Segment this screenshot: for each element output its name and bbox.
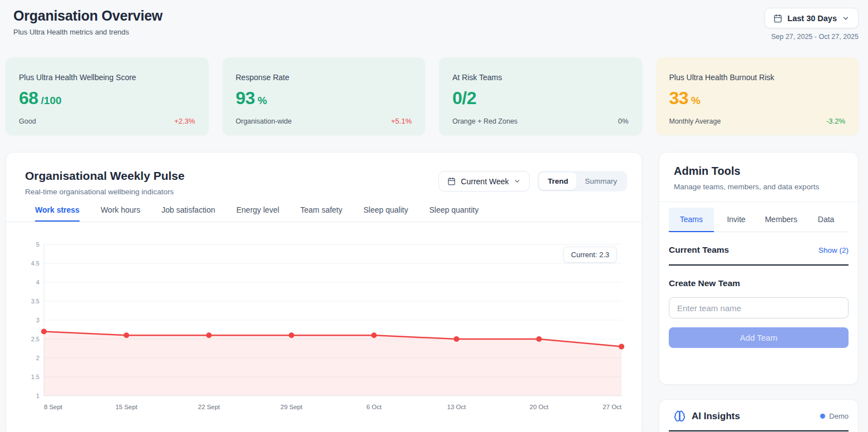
header-right: Last 30 Days Sep 27, 2025 - Oct 27, 2025 xyxy=(765,8,859,41)
tab-energy-level[interactable]: Energy level xyxy=(236,205,279,222)
tab-job-satisfaction[interactable]: Job satisfaction xyxy=(161,205,215,222)
at-risk-teams-card: At Risk Teams 0/2 Orange + Red Zones 0% xyxy=(439,57,642,135)
page-title: Organisation Overview xyxy=(13,8,162,24)
date-range-text: Sep 27, 2025 - Oct 27, 2025 xyxy=(771,33,859,41)
card-delta: -3.2% xyxy=(826,117,845,125)
admin-tabs: Teams Invite Members Data xyxy=(669,208,849,232)
add-team-button[interactable]: Add Team xyxy=(669,327,849,348)
brain-icon xyxy=(674,410,685,422)
right-sidebar: Admin Tools Manage teams, members, and d… xyxy=(659,152,859,432)
tab-teams[interactable]: Teams xyxy=(669,208,714,232)
current-value-badge: Current: 2.3 xyxy=(563,247,617,263)
week-selector-dropdown[interactable]: Current Week xyxy=(438,171,530,192)
card-delta: +2.3% xyxy=(174,117,195,125)
week-selector-label: Current Week xyxy=(461,177,509,186)
burnout-risk-card: Plus Ultra Health Burnout Risk 33 % Mont… xyxy=(656,57,859,135)
teams-divider xyxy=(669,264,849,266)
tab-invite[interactable]: Invite xyxy=(714,208,759,232)
view-toggle: Trend Summary xyxy=(537,171,627,192)
svg-text:29 Sept: 29 Sept xyxy=(280,404,303,410)
svg-text:27 Oct: 27 Oct xyxy=(603,404,622,410)
svg-text:1.5: 1.5 xyxy=(31,374,40,380)
tab-data[interactable]: Data xyxy=(803,208,849,232)
svg-text:5: 5 xyxy=(36,241,40,248)
card-title: Plus Ultra Health Burnout Risk xyxy=(669,73,846,82)
svg-text:2: 2 xyxy=(36,355,40,361)
status-dot-icon xyxy=(820,414,825,419)
pulse-subtitle: Real-time organisational wellbeing indic… xyxy=(25,188,185,196)
tab-work-stress[interactable]: Work stress xyxy=(35,205,80,222)
calendar-icon xyxy=(447,177,456,185)
tab-sleep-quality[interactable]: Sleep quality xyxy=(363,205,408,222)
admin-tools-subtitle: Manage teams, members, and data exports xyxy=(674,183,844,191)
date-range-label: Last 30 Days xyxy=(787,14,837,23)
chevron-down-icon xyxy=(842,14,850,22)
card-title: Response Rate xyxy=(236,73,412,82)
card-unit: /100 xyxy=(41,95,62,107)
date-range-dropdown[interactable]: Last 30 Days xyxy=(765,8,859,28)
card-unit: % xyxy=(691,95,701,107)
svg-text:15 Sept: 15 Sept xyxy=(115,404,137,410)
svg-text:20 Oct: 20 Oct xyxy=(530,404,549,410)
tab-team-safety[interactable]: Team safety xyxy=(300,205,342,222)
card-label: Monthly Average xyxy=(669,117,721,125)
card-delta: +5.1% xyxy=(391,117,412,125)
view-toggle-summary[interactable]: Summary xyxy=(576,173,625,190)
header-titles: Organisation Overview Plus Ultra Health … xyxy=(13,8,162,41)
tab-sleep-quantity[interactable]: Sleep quantity xyxy=(429,205,479,222)
metric-cards-row: Plus Ultra Health Wellbeing Score 68 /10… xyxy=(6,57,859,135)
svg-text:1: 1 xyxy=(36,392,40,399)
svg-text:4: 4 xyxy=(36,279,40,286)
view-toggle-trend[interactable]: Trend xyxy=(539,173,576,190)
current-teams-heading: Current Teams xyxy=(669,245,729,255)
svg-text:6 Oct: 6 Oct xyxy=(366,404,382,410)
pulse-title: Organisational Weekly Pulse xyxy=(25,169,185,183)
wellbeing-score-card: Plus Ultra Health Wellbeing Score 68 /10… xyxy=(6,57,209,135)
svg-text:8 Sept: 8 Sept xyxy=(44,404,63,410)
card-value: 68 xyxy=(19,88,38,109)
pulse-chart-svg: 54.543.532.521.518 Sept15 Sept22 Sept29 … xyxy=(19,237,628,416)
pulse-metric-tabs: Work stress Work hours Job satisfaction … xyxy=(6,205,642,222)
page-header: Organisation Overview Plus Ultra Health … xyxy=(0,0,868,41)
card-value: 33 xyxy=(669,88,689,109)
card-delta: 0% xyxy=(618,117,629,125)
svg-text:3.5: 3.5 xyxy=(31,298,40,305)
demo-badge: Demo xyxy=(829,412,849,420)
tab-work-hours[interactable]: Work hours xyxy=(101,205,140,222)
create-team-heading: Create New Team xyxy=(669,278,849,288)
card-label: Orange + Red Zones xyxy=(452,117,517,125)
card-label: Good xyxy=(19,117,36,125)
card-value: 93 xyxy=(236,88,255,109)
response-rate-card: Response Rate 93 % Organisation-wide +5.… xyxy=(223,57,426,135)
pulse-chart: Current: 2.3 54.543.532.521.518 Sept15 S… xyxy=(6,237,642,416)
weekly-pulse-panel: Organisational Weekly Pulse Real-time or… xyxy=(6,152,642,432)
admin-tools-title: Admin Tools xyxy=(674,165,844,178)
team-name-input[interactable] xyxy=(669,297,849,318)
ai-divider xyxy=(669,430,849,431)
svg-text:2.5: 2.5 xyxy=(31,336,40,342)
page-subtitle: Plus Ultra Health metrics and trends xyxy=(13,28,162,36)
svg-text:13 Oct: 13 Oct xyxy=(447,404,467,410)
admin-tools-panel: Admin Tools Manage teams, members, and d… xyxy=(659,152,859,385)
show-teams-link[interactable]: Show (2) xyxy=(818,246,849,254)
card-unit: % xyxy=(258,95,267,107)
main-content: Organisational Weekly Pulse Real-time or… xyxy=(6,152,859,432)
tab-members[interactable]: Members xyxy=(759,208,804,232)
chevron-down-icon xyxy=(514,178,521,185)
card-label: Organisation-wide xyxy=(236,117,292,125)
ai-insights-title: AI Insights xyxy=(692,411,740,422)
ai-insights-panel: AI Insights Demo xyxy=(659,399,859,432)
card-value: 0/2 xyxy=(452,88,476,109)
svg-text:4.5: 4.5 xyxy=(31,260,40,267)
calendar-icon xyxy=(773,14,782,23)
svg-text:3: 3 xyxy=(36,317,40,323)
svg-text:22 Sept: 22 Sept xyxy=(198,404,220,410)
card-title: At Risk Teams xyxy=(452,73,629,82)
card-title: Plus Ultra Health Wellbeing Score xyxy=(19,73,195,82)
